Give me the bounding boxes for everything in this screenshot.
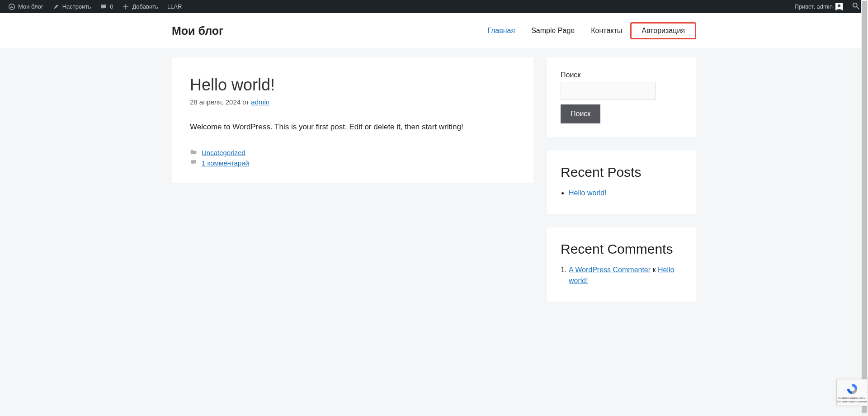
admin-bar-right: Привет, admin: [790, 0, 864, 13]
post-author-link[interactable]: admin: [251, 98, 269, 106]
site-header: Мои блог Главная Sample Page Контакты Ав…: [0, 13, 868, 48]
widget-recent-comments: Recent Comments A WordPress Commenter к …: [547, 227, 696, 302]
post-meta: 28 апреля, 2024 от admin: [190, 98, 515, 106]
adminbar-site-link[interactable]: Мои блог: [4, 0, 48, 13]
search-button[interactable]: Поиск: [561, 104, 600, 123]
brush-icon: [52, 3, 60, 10]
post-by-label: от: [242, 98, 249, 106]
widget-search: Поиск Поиск: [547, 57, 696, 137]
adminbar-site-name: Мои блог: [18, 3, 43, 10]
svg-point-1: [11, 6, 12, 7]
recent-post-link[interactable]: Hello world!: [569, 189, 607, 197]
post-body: Welcome to WordPress. This is your first…: [190, 121, 515, 133]
recent-comments-title: Recent Comments: [561, 241, 683, 257]
comment-icon: [190, 159, 197, 167]
nav-auth[interactable]: Авторизация: [630, 22, 696, 39]
nav-contacts[interactable]: Контакты: [583, 22, 630, 39]
plus-icon: [122, 3, 129, 10]
wp-admin-bar: Мои блог Настроить 0 Добавить LLAR Приве…: [0, 0, 868, 13]
folder-icon: [190, 148, 197, 157]
list-item: Hello world!: [569, 188, 683, 199]
recent-comment-connector: к: [653, 266, 656, 274]
post-comments-row: 1 комментарий: [190, 159, 515, 167]
main-nav: Главная Sample Page Контакты Авторизация: [479, 22, 696, 39]
scrollbar-track[interactable]: [861, 0, 868, 311]
recent-commenter-link[interactable]: A WordPress Commenter: [569, 266, 651, 274]
sidebar: Поиск Поиск Recent Posts Hello world! Re…: [547, 57, 696, 302]
adminbar-llar-label: LLAR: [167, 3, 182, 10]
list-item: A WordPress Commenter к Hello world!: [569, 265, 683, 286]
post-category-link[interactable]: Uncategorized: [202, 149, 245, 156]
search-input[interactable]: [561, 82, 656, 100]
svg-point-4: [853, 3, 857, 7]
adminbar-customize-link[interactable]: Настроить: [48, 0, 96, 13]
page-content: Hello world! 28 апреля, 2024 от admin We…: [163, 48, 705, 311]
adminbar-add-link[interactable]: Добавить: [118, 0, 162, 13]
entry-footer: Uncategorized 1 комментарий: [190, 148, 515, 167]
adminbar-greeting: Привет, admin: [794, 3, 833, 10]
adminbar-account-link[interactable]: Привет, admin: [790, 0, 847, 13]
adminbar-add-label: Добавить: [132, 3, 158, 10]
post-date: 28 апреля, 2024: [190, 98, 241, 106]
adminbar-comments-count: 0: [110, 3, 113, 10]
scrollbar-thumb[interactable]: [862, 1, 867, 311]
svg-point-3: [838, 4, 840, 7]
dashboard-icon: [8, 3, 15, 10]
comment-icon: [100, 3, 107, 10]
site-title[interactable]: Мои блог: [172, 24, 223, 38]
adminbar-llar-link[interactable]: LLAR: [163, 0, 187, 13]
admin-bar-left: Мои блог Настроить 0 Добавить LLAR: [4, 0, 186, 13]
post-title[interactable]: Hello world!: [190, 76, 515, 95]
recent-posts-title: Recent Posts: [561, 164, 683, 180]
post-card: Hello world! 28 апреля, 2024 от admin We…: [172, 57, 533, 183]
post-category-row: Uncategorized: [190, 148, 515, 157]
adminbar-comments-link[interactable]: 0: [95, 0, 118, 13]
search-icon: [852, 2, 860, 11]
nav-sample-page[interactable]: Sample Page: [523, 22, 583, 39]
search-label: Поиск: [561, 71, 683, 79]
post-comments-link[interactable]: 1 комментарий: [202, 159, 249, 167]
widget-recent-posts: Recent Posts Hello world!: [547, 151, 696, 214]
adminbar-customize-label: Настроить: [62, 3, 91, 10]
avatar-icon: [835, 3, 843, 10]
nav-home[interactable]: Главная: [479, 22, 523, 39]
